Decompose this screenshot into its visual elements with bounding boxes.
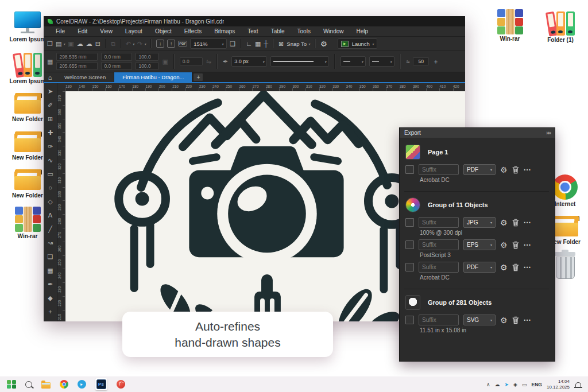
menu-item-table[interactable]: Table (265, 28, 291, 34)
menu-item-window[interactable]: Window (317, 28, 350, 34)
export-row-checkbox[interactable] (405, 165, 414, 174)
desktop-icon-new-folder[interactable]: New Folder (7, 168, 48, 199)
telegram-button[interactable]: ➤ (78, 380, 86, 389)
start-button[interactable] (7, 380, 16, 389)
export-row-checkbox[interactable] (405, 218, 414, 227)
export-row-checkbox[interactable] (405, 263, 414, 271)
crop-tool-icon[interactable]: ⊞ (44, 112, 57, 126)
tray-app-icon[interactable]: ◈ (513, 382, 517, 387)
export-row-checkbox[interactable] (405, 316, 414, 324)
print-icon[interactable]: ⊟ (95, 41, 100, 47)
scale-y-field[interactable]: 100.0 (136, 62, 158, 70)
title-bar[interactable]: CorelDRAW - Z:\Desktop\Projects\Firman H… (44, 16, 465, 26)
format-select[interactable]: PDF ▾ (463, 164, 496, 175)
cloud-download-icon[interactable]: ☁ (86, 41, 92, 47)
export-settings-gear-icon[interactable]: ⚙ (500, 263, 508, 271)
zoom-level-select[interactable]: 151% ▾ (190, 38, 227, 49)
menu-item-text[interactable]: Text (241, 28, 264, 34)
eyedropper-tool-icon[interactable]: ✒ (44, 277, 57, 291)
language-indicator[interactable]: ENG (532, 382, 542, 387)
search-button[interactable] (25, 381, 32, 388)
freehand-tool-icon[interactable]: ✑ (44, 139, 57, 153)
object-height-field[interactable]: 0.0 mm (101, 62, 132, 70)
smoothing-increase-icon[interactable]: ＋ (432, 57, 439, 66)
lock-ratio-icon[interactable]: ▣ (162, 58, 168, 65)
object-x-field[interactable]: 298.535 mm (56, 53, 98, 61)
home-icon[interactable]: ⌂ (44, 72, 56, 82)
fill-tool-icon[interactable]: ◆ (44, 291, 57, 305)
curve-tool-icon[interactable]: ∿ (44, 153, 57, 167)
suffix-input[interactable] (419, 315, 459, 325)
copy-icon[interactable]: ⧉ (111, 41, 115, 47)
format-select[interactable]: JPG ▾ (463, 217, 496, 228)
object-width-field[interactable]: 0.0 mm (101, 53, 132, 61)
outline-width-select[interactable]: 3.0 px ▾ (231, 56, 267, 67)
fullscreen-icon[interactable]: ❑ (230, 41, 235, 47)
new-tab-button[interactable]: + (194, 73, 203, 81)
clock[interactable]: 14:04 10.12.2025 (547, 379, 570, 390)
start-arrowhead-select[interactable]: ▾ (341, 56, 366, 67)
export-icon[interactable]: ↑ (167, 40, 175, 48)
desktop-icon-new-folder[interactable]: New Folder (7, 92, 48, 123)
menu-item-layout[interactable]: Layout (119, 28, 149, 34)
save-icon[interactable]: ▣ (68, 41, 74, 47)
export-settings-gear-icon[interactable]: ⚙ (500, 219, 508, 227)
redo-icon[interactable]: ↷ (137, 41, 142, 47)
telegram-tray-icon[interactable]: ➤ (505, 382, 509, 387)
suffix-input[interactable] (419, 239, 459, 250)
smoothing-field[interactable]: 50 (413, 57, 429, 65)
tab-welcome-screen[interactable]: Welcome Screen (56, 72, 114, 82)
grid-toggle-icon[interactable]: ▦ (255, 41, 261, 47)
coreldraw-app-button[interactable] (117, 380, 125, 389)
desktop-icon-new-folder[interactable]: New Folder (7, 130, 48, 161)
format-select[interactable]: PDF ▾ (463, 262, 496, 273)
menu-item-help[interactable]: Help (350, 28, 375, 34)
menu-item-file[interactable]: File (49, 28, 71, 34)
shadow-tool-icon[interactable]: ❏ (44, 250, 57, 263)
undo-icon[interactable]: ↶ (126, 41, 131, 47)
scale-x-field[interactable]: 100.0 (136, 53, 158, 61)
tray-expand-icon[interactable]: ∧ (486, 382, 490, 387)
more-options-icon[interactable]: ⋯ (524, 219, 531, 226)
desktop-icon-lorem-ipsum[interactable]: Lorem Ipsum (7, 51, 48, 85)
options-gear-icon[interactable]: ⚙ (320, 40, 327, 48)
open-icon[interactable]: ▤ (56, 41, 61, 47)
chrome-button[interactable] (60, 380, 68, 389)
more-options-icon[interactable]: ⋯ (524, 241, 531, 249)
delete-trash-icon[interactable] (512, 241, 519, 249)
snap-to-dropdown[interactable]: Snap To ▾ (287, 41, 310, 47)
ellipse-tool-icon[interactable]: ○ (44, 181, 57, 195)
add-tool-icon[interactable]: + (44, 305, 57, 319)
import-icon[interactable]: ↓ (156, 40, 164, 48)
more-options-icon[interactable]: ⋯ (524, 316, 531, 324)
desktop-icon-win-rar[interactable]: Win-rar (489, 9, 531, 44)
export-settings-gear-icon[interactable]: ⚙ (500, 241, 508, 249)
desktop-icon-folder-1[interactable]: Folder (1) (540, 9, 581, 44)
shape-tool-icon[interactable]: ✐ (44, 98, 57, 112)
tab-document[interactable]: Firman Hatibu - Dragon... (114, 72, 192, 82)
export-settings-gear-icon[interactable]: ⚙ (500, 316, 508, 324)
pick-tool-icon[interactable]: ➤ (44, 84, 57, 98)
launch-dropdown[interactable]: ▶ Launch ▾ (338, 38, 377, 49)
more-options-icon[interactable]: ⋯ (524, 263, 531, 271)
text-tool-icon[interactable]: A (44, 208, 57, 222)
rulers-toggle-icon[interactable]: ∟ (246, 41, 252, 47)
snap-off-icon[interactable]: ⊠ (278, 41, 284, 47)
desktop-icon-win-rar[interactable]: Win-rar (7, 207, 48, 240)
rectangle-tool-icon[interactable]: ▭ (44, 167, 57, 181)
collapse-panel-icon[interactable]: »» (546, 130, 550, 136)
more-options-icon[interactable]: ⋯ (524, 166, 531, 173)
suffix-input[interactable] (419, 217, 459, 228)
delete-trash-icon[interactable] (512, 166, 519, 174)
rotation-angle-field[interactable]: 0.0 (180, 57, 203, 65)
notifications-bell-icon[interactable] (575, 382, 581, 387)
menu-item-object[interactable]: Object (149, 28, 178, 34)
new-document-icon[interactable]: ❐ (47, 41, 53, 47)
onedrive-icon[interactable]: ☁ (495, 382, 500, 387)
pdf-share-icon[interactable]: PDF (178, 41, 187, 46)
menu-item-bitmaps[interactable]: Bitmaps (208, 28, 241, 34)
line-tool-icon[interactable]: ╱ (44, 222, 57, 236)
line-style-select[interactable]: ▾ (270, 56, 329, 67)
menu-item-edit[interactable]: Edit (71, 28, 94, 34)
export-row-checkbox[interactable] (405, 240, 414, 249)
